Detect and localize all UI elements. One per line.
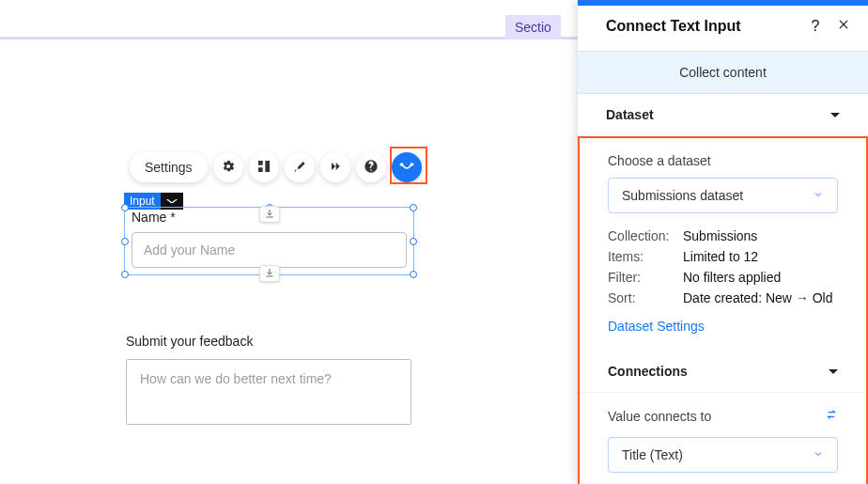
meta-value: Limited to 12 [683,249,838,264]
dataset-section-header[interactable]: Dataset [578,94,868,136]
close-icon [837,18,850,35]
meta-value: Submissions [683,228,838,243]
connections-section-label: Connections [608,364,688,379]
help-icon [364,159,379,177]
svg-point-0 [400,164,402,165]
topbar [0,0,578,38]
choose-dataset-label: Choose a dataset [608,153,838,168]
anchor-down-icon [264,266,275,281]
meta-row-sort: Sort: Date created: New → Old [608,290,838,305]
dataset-meta: Collection: Submissions Items: Limited t… [608,228,838,305]
panel-header: Connect Text Input ? [578,6,868,51]
resize-handle[interactable] [121,204,129,211]
dataset-highlight: Choose a dataset Submissions dataset Col… [578,136,868,351]
connect-data-icon-button[interactable] [392,152,422,182]
connections-body: Value connects to Title (Text) [580,393,866,484]
chevron-down-icon [829,369,838,374]
animation-icon [328,159,343,177]
anchor-top-button[interactable] [259,206,280,223]
resize-handle[interactable] [121,238,129,245]
svg-point-1 [411,164,412,165]
selected-input-field[interactable]: Name * Add your Name [124,207,414,275]
dataset-settings-link[interactable]: Dataset Settings [608,319,838,334]
meta-value: No filters applied [683,270,838,285]
feedback-field-label: Submit your feedback [126,334,253,349]
editor-canvas: Sectio Settings [0,0,578,484]
resize-handle[interactable] [410,238,417,245]
help-icon-button[interactable] [356,152,386,182]
design-icon-button[interactable] [285,152,315,182]
connect-panel: Connect Text Input ? Collect content Dat… [578,0,868,484]
swap-icon[interactable] [825,408,838,424]
feedback-textarea[interactable]: How can we do better next time? [126,359,411,425]
value-connects-select[interactable]: Title (Text) [608,437,838,473]
layout-icon [256,159,271,177]
connections-highlight: Connections Value connects to Title (Tex… [578,351,868,484]
help-icon: ? [812,18,820,35]
collect-content-banner[interactable]: Collect content [578,51,868,94]
resize-handle[interactable] [410,271,417,278]
connect-icon [399,159,414,177]
meta-key: Items: [608,249,683,264]
panel-close-button[interactable] [834,17,853,36]
anchor-down-icon [264,207,275,222]
meta-key: Sort: [608,290,683,305]
settings-button[interactable]: Settings [130,152,208,182]
section-badge[interactable]: Sectio [505,15,561,39]
animation-icon-button[interactable] [320,152,350,182]
gear-icon [221,159,236,177]
meta-key: Filter: [608,270,683,285]
meta-row-items: Items: Limited to 12 [608,249,838,264]
panel-title: Connect Text Input [606,18,797,35]
chevron-down-icon [813,447,824,462]
meta-row-filter: Filter: No filters applied [608,270,838,285]
value-connects-label: Value connects to [608,409,711,424]
connections-section-header[interactable]: Connections [580,351,866,393]
dataset-select[interactable]: Submissions dataset [608,178,838,213]
chevron-down-icon [813,188,824,203]
dataset-select-value: Submissions dataset [622,188,743,203]
layout-icon-button[interactable] [249,152,279,182]
element-toolbar: Settings [130,152,422,182]
resize-handle[interactable] [121,271,129,278]
gear-icon-button[interactable] [213,152,243,182]
name-input[interactable]: Add your Name [132,232,407,268]
meta-key: Collection: [608,228,683,243]
meta-value: Date created: New → Old [683,290,838,305]
dataset-body: Choose a dataset Submissions dataset Col… [580,138,866,351]
dataset-section-label: Dataset [606,107,654,122]
panel-help-button[interactable]: ? [806,17,825,36]
meta-row-collection: Collection: Submissions [608,228,838,243]
value-connects-value: Title (Text) [622,447,683,462]
resize-handle[interactable] [410,204,417,211]
brush-icon [292,159,307,177]
anchor-bottom-button[interactable] [259,265,280,282]
chevron-down-icon [830,113,840,117]
